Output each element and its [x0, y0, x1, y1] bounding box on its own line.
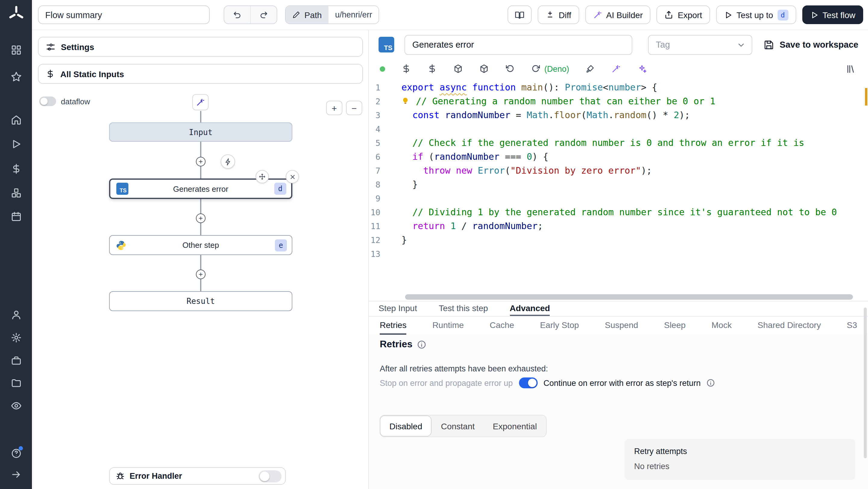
sidebar-item-workers[interactable] — [0, 355, 32, 366]
test-flow-button[interactable]: Test flow — [802, 5, 863, 24]
code-line[interactable]: throw new Error("Division by zero error"… — [401, 164, 868, 178]
diff-button[interactable]: Diff — [538, 5, 579, 24]
sidebar-item-runs[interactable] — [0, 139, 32, 150]
retry-mode-exponential[interactable]: Exponential — [484, 416, 546, 436]
static-inputs-button[interactable]: All Static Inputs — [38, 64, 363, 84]
info-icon[interactable] — [707, 379, 715, 387]
code-line[interactable]: const randomNumber = Math.floor(Math.ran… — [401, 109, 868, 122]
lightbulb-icon[interactable] — [401, 97, 410, 105]
result-node[interactable]: Result — [109, 291, 292, 311]
subtab-shared-directory[interactable]: Shared Directory — [758, 316, 821, 335]
code-line[interactable]: export async function main(): Promise<nu… — [401, 81, 868, 95]
code-line[interactable]: } — [401, 233, 868, 247]
code-line[interactable]: } — [401, 178, 868, 192]
ai-flow-wand-button[interactable] — [192, 94, 209, 110]
panel-vscrollbar[interactable] — [864, 307, 867, 458]
sidebar-item-home[interactable] — [0, 115, 32, 125]
redo-button[interactable] — [251, 6, 277, 24]
code-line[interactable] — [401, 122, 868, 136]
step-name-input[interactable] — [404, 35, 632, 55]
hscrollbar-thumb[interactable] — [405, 294, 853, 300]
code-line[interactable]: // Dividing 1 by the generated random nu… — [401, 206, 868, 219]
code-line[interactable]: // Check if the generated random number … — [401, 136, 868, 150]
subtab-s3[interactable]: S3 — [847, 316, 857, 335]
sidebar-item-folders[interactable] — [0, 377, 32, 388]
sparkles-icon[interactable] — [638, 64, 647, 73]
reload-icon[interactable] — [531, 64, 541, 73]
sidebar-item-favorites[interactable] — [0, 71, 32, 82]
subtab-runtime[interactable]: Runtime — [433, 316, 464, 335]
code-editor[interactable]: 12345678910111213 export async function … — [369, 79, 868, 293]
subtab-suspend[interactable]: Suspend — [605, 316, 638, 335]
code-line[interactable]: if (randomNumber === 0) { — [401, 150, 868, 164]
trigger-bolt-button[interactable] — [221, 154, 235, 169]
export-button[interactable]: Export — [657, 5, 710, 24]
path-edit-segment[interactable]: Path — [286, 6, 329, 24]
flow-settings-button[interactable]: Settings — [38, 37, 363, 57]
code-token: function — [472, 82, 521, 93]
path-control[interactable]: Path u/henri/err — [285, 5, 379, 24]
undo-button[interactable] — [224, 6, 250, 24]
subtab-mock[interactable]: Mock — [712, 316, 732, 335]
error-handler-toggle[interactable] — [258, 470, 281, 482]
sidebar-item-help[interactable] — [0, 448, 32, 459]
test-up-to-button[interactable]: Test up to d — [716, 5, 796, 24]
code-line[interactable] — [401, 247, 868, 261]
ai-wand-icon[interactable] — [612, 64, 621, 73]
sidebar-expand-button[interactable] — [0, 469, 32, 480]
add-variable-icon[interactable] — [401, 64, 411, 73]
code-line[interactable]: // Generating a random number that can e… — [401, 95, 868, 109]
error-handler-row[interactable]: Error Handler — [109, 467, 286, 485]
code-line[interactable]: return 1 / randomNumber; — [401, 219, 868, 233]
insert-step-button[interactable]: + — [196, 157, 206, 166]
sidebar-item-users[interactable] — [0, 309, 32, 320]
subtab-retries[interactable]: Retries — [380, 316, 407, 335]
tab-step-input[interactable]: Step Input — [378, 302, 417, 316]
retry-mode-disabled[interactable]: Disabled — [380, 416, 432, 436]
docs-button[interactable] — [507, 5, 532, 24]
continue-on-error-label[interactable]: Continue on error with error as step's r… — [544, 378, 701, 388]
insert-step-button[interactable]: + — [196, 270, 206, 279]
retries-title-text: Retries — [380, 339, 412, 350]
status-dot-icon — [380, 66, 385, 71]
library-icon[interactable] — [846, 64, 856, 74]
info-icon[interactable] — [417, 340, 427, 349]
dataflow-toggle[interactable] — [39, 96, 56, 106]
sidebar-item-settings[interactable] — [0, 332, 32, 343]
subtab-early-stop[interactable]: Early Stop — [540, 316, 579, 335]
format-brush-icon[interactable] — [586, 64, 595, 73]
save-to-workspace-button[interactable]: Save to workspace — [764, 39, 858, 50]
path-value[interactable]: u/henri/err — [329, 6, 379, 24]
code-token: ( — [581, 110, 587, 121]
stop-on-error-label[interactable]: Stop on error and propagate error up — [380, 378, 513, 388]
sidebar-item-schedules[interactable] — [0, 211, 32, 222]
code-token — [401, 137, 412, 148]
tab-test-this-step[interactable]: Test this step — [439, 302, 488, 316]
retry-mode-constant[interactable]: Constant — [432, 416, 484, 436]
subtab-sleep[interactable]: Sleep — [664, 316, 686, 335]
move-step-handle[interactable] — [255, 170, 269, 183]
delete-step-button[interactable] — [286, 170, 299, 183]
sidebar-item-audit-logs[interactable] — [0, 400, 32, 411]
sidebar-item-apps[interactable] — [0, 44, 32, 56]
sidebar-item-resources[interactable] — [0, 187, 32, 198]
input-node[interactable]: Input — [109, 122, 292, 142]
add-resource-icon[interactable] — [427, 64, 437, 73]
home-icon — [10, 115, 22, 125]
step-node-other-step[interactable]: Other step e — [109, 235, 292, 255]
package-icon[interactable] — [453, 64, 463, 73]
package-icon[interactable] — [479, 64, 489, 73]
code-line[interactable] — [401, 192, 868, 206]
ai-builder-button[interactable]: AI Builder — [585, 5, 650, 24]
tab-advanced[interactable]: Advanced — [510, 302, 550, 316]
continue-on-error-toggle[interactable] — [519, 377, 537, 388]
zoom-out-button[interactable]: − — [346, 101, 362, 115]
flow-summary-input[interactable] — [38, 5, 210, 24]
reset-icon[interactable] — [505, 64, 515, 73]
subtab-cache[interactable]: Cache — [490, 316, 514, 335]
insert-step-button[interactable]: + — [196, 213, 206, 223]
windmill-logo[interactable] — [0, 5, 32, 23]
tag-select[interactable]: Tag — [648, 35, 752, 55]
sidebar-item-variables[interactable] — [0, 163, 32, 174]
zoom-in-button[interactable]: + — [326, 101, 342, 115]
